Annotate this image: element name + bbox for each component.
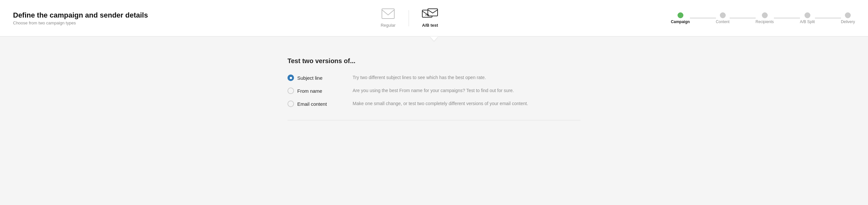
step-line-4 [815,18,841,19]
step-label-campaign: Campaign [671,20,690,24]
option-row-from-name[interactable]: From name Are you using the best From na… [287,88,581,94]
step-line-1 [690,18,716,19]
radio-dot-email-content[interactable] [287,101,294,107]
option-row-email-content[interactable]: Email content Make one small change, or … [287,101,581,107]
option-label-from-name: From name [297,88,322,94]
svg-rect-0 [382,9,394,19]
header: Define the campaign and sender details C… [0,0,868,36]
option-label-email-content: Email content [297,101,327,107]
step-line-2 [730,18,756,19]
campaign-type-ab[interactable]: A/B test [411,6,448,30]
radio-from-name[interactable]: From name [287,88,346,94]
step-dot-delivery [845,12,851,18]
page-title: Define the campaign and sender details [13,11,148,20]
radio-dot-subject-line[interactable] [287,74,294,81]
type-divider [409,10,409,26]
page-subtitle: Choose from two campaign types [13,21,148,25]
step-dot-content [720,12,726,18]
radio-subject-line[interactable]: Subject line [287,74,346,81]
step-ab-split: A/B Split [800,12,815,24]
content-box: Test two versions of... Subject line Try… [287,57,581,121]
step-recipients: Recipients [756,12,774,24]
section-title: Test two versions of... [287,57,581,65]
option-list: Subject line Try two different subject l… [287,74,581,107]
radio-email-content[interactable]: Email content [287,101,346,107]
step-delivery: Delivery [841,12,855,24]
option-desc-email-content: Make one small change, or test two compl… [346,101,528,106]
step-campaign: Campaign [671,12,690,24]
section-divider [287,120,581,121]
step-label-ab-split: A/B Split [800,20,815,24]
header-left: Define the campaign and sender details C… [13,11,148,25]
step-dot-campaign [678,12,683,18]
step-label-delivery: Delivery [841,20,855,24]
step-dot-recipients [762,12,768,18]
ab-label: A/B test [422,23,438,28]
step-line-3 [774,18,800,19]
ab-icon [422,8,438,21]
campaign-type-regular[interactable]: Regular [370,6,406,30]
steps-progress: Campaign Content Recipients A/B Split De… [671,12,855,24]
header-arrow [430,36,438,41]
step-label-recipients: Recipients [756,20,774,24]
campaign-type-selector: Regular A/B test [370,6,448,30]
regular-icon [381,8,395,21]
step-dot-ab-split [805,12,810,18]
main-content: Test two versions of... Subject line Try… [0,41,868,133]
option-desc-subject-line: Try two different subject lines to see w… [346,74,486,80]
option-desc-from-name: Are you using the best From name for you… [346,88,514,93]
step-label-content: Content [716,20,730,24]
regular-label: Regular [381,23,396,28]
step-content: Content [716,12,730,24]
option-label-subject-line: Subject line [297,75,323,81]
radio-dot-from-name[interactable] [287,88,294,94]
svg-rect-2 [428,9,438,16]
option-row-subject-line[interactable]: Subject line Try two different subject l… [287,74,581,81]
